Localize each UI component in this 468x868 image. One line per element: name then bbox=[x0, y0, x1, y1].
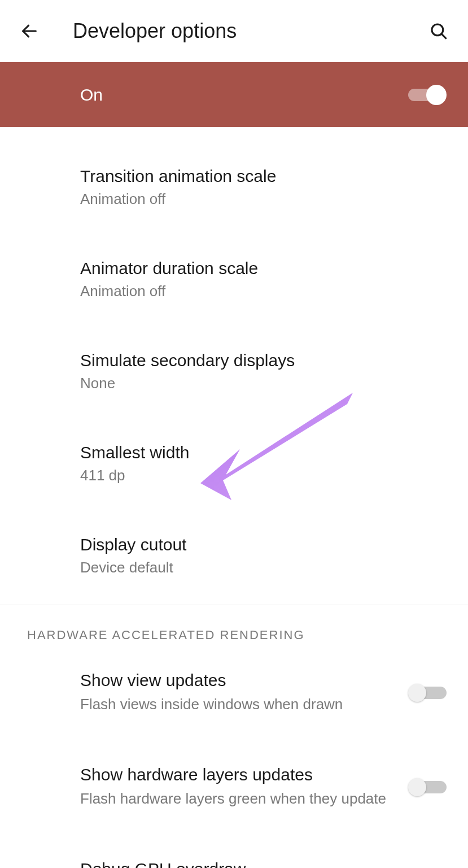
setting-title: Show view updates bbox=[80, 671, 397, 690]
section-header-hardware-rendering: HARDWARE ACCELERATED RENDERING bbox=[0, 605, 468, 659]
master-toggle-row[interactable]: On bbox=[0, 62, 468, 127]
setting-title: Smallest width bbox=[80, 443, 447, 462]
setting-title: Transition animation scale bbox=[80, 167, 447, 186]
setting-value: None bbox=[80, 375, 447, 392]
settings-list: Transition animation scale Animation off… bbox=[0, 127, 468, 588]
setting-value: Animation off bbox=[80, 283, 447, 300]
setting-title: Show hardware layers updates bbox=[80, 765, 397, 784]
setting-value: Animation off bbox=[80, 190, 447, 208]
switch-thumb bbox=[426, 85, 447, 105]
app-header: Developer options bbox=[0, 0, 468, 62]
arrow-left-icon bbox=[20, 21, 39, 41]
setting-simulate-secondary-displays[interactable]: Simulate secondary displays None bbox=[0, 340, 468, 403]
setting-value: Device default bbox=[80, 559, 447, 576]
master-toggle-switch[interactable] bbox=[408, 84, 447, 106]
setting-description: Flash views inside windows when drawn bbox=[80, 695, 397, 714]
page-title: Developer options bbox=[73, 19, 426, 43]
setting-debug-gpu-overdraw[interactable]: Debug GPU overdraw Off bbox=[0, 848, 468, 868]
back-button[interactable] bbox=[17, 19, 42, 44]
setting-value: 411 dp bbox=[80, 467, 447, 484]
toggle-switch[interactable] bbox=[408, 776, 447, 798]
master-toggle-label: On bbox=[80, 85, 408, 105]
setting-show-hardware-layers-updates[interactable]: Show hardware layers updates Flash hardw… bbox=[0, 754, 468, 820]
setting-animator-duration-scale[interactable]: Animator duration scale Animation off bbox=[0, 248, 468, 311]
setting-title: Simulate secondary displays bbox=[80, 351, 447, 370]
setting-title: Display cutout bbox=[80, 535, 447, 554]
setting-show-view-updates[interactable]: Show view updates Flash views inside win… bbox=[0, 659, 468, 726]
svg-line-2 bbox=[441, 34, 446, 38]
search-button[interactable] bbox=[426, 19, 451, 44]
toggle-switch[interactable] bbox=[408, 682, 447, 704]
setting-smallest-width[interactable]: Smallest width 411 dp bbox=[0, 432, 468, 496]
setting-transition-animation-scale[interactable]: Transition animation scale Animation off bbox=[0, 155, 468, 219]
search-icon bbox=[429, 21, 448, 41]
setting-description: Flash hardware layers green when they up… bbox=[80, 789, 397, 809]
setting-display-cutout[interactable]: Display cutout Device default bbox=[0, 524, 468, 588]
setting-title: Debug GPU overdraw bbox=[80, 860, 447, 868]
setting-title: Animator duration scale bbox=[80, 259, 447, 278]
switch-thumb bbox=[408, 684, 426, 702]
switch-thumb bbox=[408, 778, 426, 796]
